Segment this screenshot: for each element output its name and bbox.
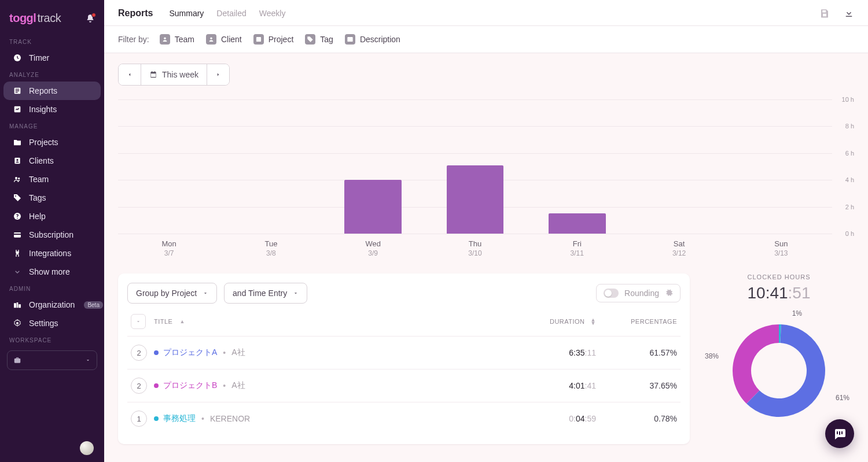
organization-icon: [13, 300, 22, 309]
sidebar-item-subscription[interactable]: Subscription: [3, 226, 101, 244]
row-percentage: 61.57%: [596, 348, 677, 357]
date-range-button[interactable]: This week: [141, 64, 207, 85]
group-by-select[interactable]: Group by Project: [127, 283, 217, 304]
sidebar-item-settings[interactable]: Settings: [3, 314, 101, 332]
x-tick: Mon3/7: [118, 239, 220, 257]
donut-segment[interactable]: [733, 324, 779, 404]
sidebar-item-label: Subscription: [29, 230, 73, 239]
y-tick-label: 8 h: [845, 123, 854, 130]
svg-rect-11: [14, 234, 21, 235]
donut-chart: 1% 38% 61%: [721, 313, 837, 428]
project-name: 事務処理: [163, 413, 196, 424]
sidebar-item-label: Show more: [29, 267, 70, 276]
row-duration: 4:01:41: [527, 381, 596, 390]
filter-tag[interactable]: Tag: [305, 34, 333, 45]
filter-client[interactable]: Client: [206, 34, 242, 45]
clocked-hours-label: CLOCKED HOURS: [704, 273, 854, 280]
rounding-toggle[interactable]: Rounding: [596, 284, 681, 302]
logo[interactable]: toggltrack: [9, 12, 61, 25]
chart-bar[interactable]: [549, 213, 606, 234]
filter-team[interactable]: Team: [160, 34, 194, 45]
sidebar-item-organization[interactable]: OrganizationBeta: [3, 295, 101, 314]
chart-bar[interactable]: [344, 180, 402, 234]
showmore-icon: [13, 267, 22, 276]
svg-rect-15: [256, 37, 261, 42]
insights-icon: [13, 105, 22, 114]
filter-description[interactable]: AaDescription: [345, 34, 400, 45]
notification-bell[interactable]: [86, 14, 95, 23]
expand-all-toggle[interactable]: [131, 314, 146, 329]
filter-label: Tag: [320, 35, 333, 44]
sidebar-item-projects[interactable]: Projects: [3, 133, 101, 151]
column-percentage: PERCENTAGE: [596, 318, 677, 325]
x-tick: Sat3/12: [628, 239, 730, 257]
filter-project[interactable]: Project: [253, 34, 294, 45]
color-dot-icon: [154, 350, 159, 355]
date-prev-button[interactable]: [119, 64, 141, 85]
avatar[interactable]: [80, 441, 94, 455]
sidebar-item-integrations[interactable]: Integrations: [3, 244, 101, 263]
sidebar-item-tags[interactable]: Tags: [3, 189, 101, 207]
workspace-selector[interactable]: [7, 350, 97, 370]
subscription-icon: [13, 230, 22, 239]
row-count[interactable]: 2: [131, 345, 147, 361]
svg-point-6: [18, 178, 20, 179]
sidebar-item-clients[interactable]: Clients: [3, 151, 101, 170]
svg-point-14: [210, 38, 212, 40]
sidebar-item-label: Help: [29, 212, 46, 221]
intercom-fab[interactable]: [825, 419, 854, 448]
chevron-down-icon: [85, 357, 91, 363]
sidebar-item-help[interactable]: Help: [3, 207, 101, 226]
sidebar-item-label: Integrations: [29, 249, 71, 258]
sidebar-item-reports[interactable]: Reports: [3, 82, 101, 100]
sidebar-item-label: Team: [29, 175, 49, 184]
sidebar-item-showmore[interactable]: Show more: [3, 263, 101, 281]
y-tick-label: 2 h: [845, 204, 854, 210]
sidebar-item-team[interactable]: Team: [3, 170, 101, 189]
donut-label: 61%: [836, 394, 849, 402]
clients-icon: [13, 156, 22, 165]
filter-bar: Filter by: TeamClientProjectTagAaDescrip…: [104, 26, 868, 53]
client-name: KERENOR: [210, 414, 250, 423]
x-tick: Fri3/11: [526, 239, 628, 257]
integrations-icon: [13, 249, 22, 258]
row-count[interactable]: 2: [131, 378, 147, 394]
team-icon: [13, 175, 22, 184]
tab-summary[interactable]: Summary: [169, 9, 204, 18]
svg-rect-16: [257, 38, 260, 39]
gridline: [118, 234, 832, 234]
download-icon[interactable]: [844, 8, 854, 19]
column-duration[interactable]: DURATION▲▼: [527, 318, 596, 325]
sidebar-item-insights[interactable]: Insights: [3, 100, 101, 119]
table-row[interactable]: 2プロジェクトB•A社4:01:4137.65%: [127, 369, 681, 402]
save-icon[interactable]: [819, 8, 830, 19]
sidebar-item-label: Settings: [29, 319, 58, 328]
sidebar-item-timer[interactable]: Timer: [3, 49, 101, 67]
chart-bar[interactable]: [447, 165, 504, 234]
date-next-button[interactable]: [207, 64, 229, 85]
sub-group-select[interactable]: and Time Entry: [224, 283, 307, 304]
tag-icon: [305, 34, 315, 45]
x-tick: Sun3/13: [730, 239, 832, 257]
color-dot-icon: [154, 383, 159, 388]
row-percentage: 0.78%: [596, 414, 677, 423]
settings-icon: [13, 319, 22, 328]
chevron-left-icon: [127, 72, 133, 77]
beta-badge: Beta: [84, 301, 103, 309]
sidebar-item-label: Tags: [29, 193, 46, 202]
y-tick-label: 10 h: [842, 96, 854, 103]
timer-icon: [13, 53, 22, 62]
table-row[interactable]: 1事務処理•KERENOR0:04:590.78%: [127, 402, 681, 435]
nav-section-label: TRACK: [0, 34, 104, 49]
x-tick: Thu3/10: [424, 239, 526, 257]
nav-section-label: ADMIN: [0, 281, 104, 295]
help-icon: [13, 212, 22, 221]
table-row[interactable]: 2プロジェクトA•A社6:35:1161.57%: [127, 336, 681, 369]
column-title[interactable]: TITLE▲: [154, 318, 527, 325]
tab-detailed[interactable]: Detailed: [216, 9, 246, 18]
filter-label: Client: [221, 35, 242, 44]
row-count[interactable]: 1: [131, 411, 147, 427]
tab-weekly[interactable]: Weekly: [259, 9, 286, 18]
svg-point-9: [17, 218, 18, 219]
briefcase-icon: [13, 356, 21, 364]
